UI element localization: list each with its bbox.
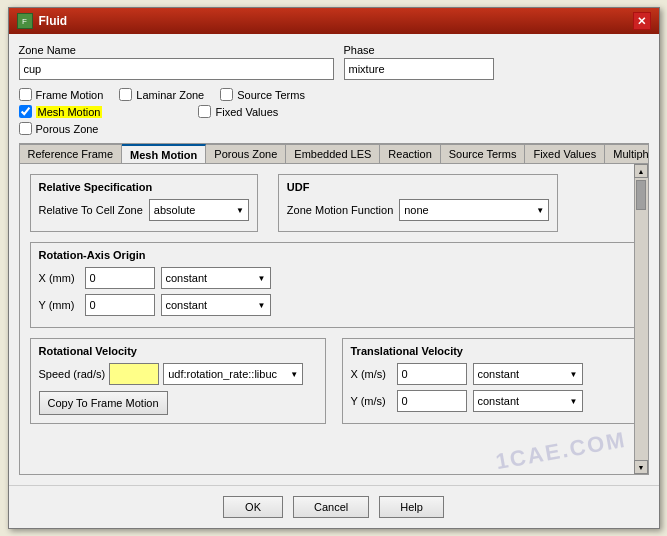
relative-to-label: Relative To Cell Zone bbox=[39, 204, 143, 216]
checkboxes-row-1: Frame Motion Laminar Zone Source Terms bbox=[19, 88, 649, 101]
frame-motion-label: Frame Motion bbox=[36, 89, 104, 101]
zone-name-group: Zone Name bbox=[19, 44, 334, 80]
udf-title: UDF bbox=[287, 181, 549, 193]
tabs-container: Reference Frame Mesh Motion Porous Zone … bbox=[19, 143, 649, 475]
tab-porous-zone[interactable]: Porous Zone bbox=[206, 144, 286, 163]
rotation-x-label: X (mm) bbox=[39, 272, 79, 284]
title-bar: F Fluid ✕ bbox=[9, 8, 659, 34]
window-title: Fluid bbox=[39, 14, 68, 28]
tab-mesh-motion[interactable]: Mesh Motion bbox=[122, 144, 206, 164]
trans-x-dropdown[interactable]: constant bbox=[473, 363, 583, 385]
mesh-motion-checkbox[interactable] bbox=[19, 105, 32, 118]
relative-dropdown-value: absolute bbox=[154, 204, 196, 216]
porous-zone-label: Porous Zone bbox=[36, 123, 99, 135]
rotation-x-input[interactable] bbox=[85, 267, 155, 289]
rotational-velocity-title: Rotational Velocity bbox=[39, 345, 317, 357]
porous-zone-checkbox-item: Porous Zone bbox=[19, 122, 99, 135]
relative-spec-title: Relative Specification bbox=[39, 181, 249, 193]
translational-velocity-box: Translational Velocity X (m/s) constant … bbox=[342, 338, 638, 424]
checkboxes-row-2: Mesh Motion Fixed Values bbox=[19, 105, 649, 118]
rotation-axis-section: Rotation-Axis Origin X (mm) constant Y (… bbox=[30, 242, 638, 328]
watermark: 1CAE.COM bbox=[494, 427, 629, 476]
rotation-y-row: Y (mm) constant bbox=[39, 294, 629, 316]
trans-x-label: X (m/s) bbox=[351, 368, 391, 380]
relative-spec-box: Relative Specification Relative To Cell … bbox=[30, 174, 258, 232]
rotation-x-dropdown[interactable]: constant bbox=[161, 267, 271, 289]
tabs-header: Reference Frame Mesh Motion Porous Zone … bbox=[20, 144, 648, 164]
relative-spec-row: Relative To Cell Zone absolute bbox=[39, 199, 249, 221]
udf-dropdown-value: none bbox=[404, 204, 428, 216]
rotation-x-dropdown-value: constant bbox=[166, 272, 208, 284]
trans-x-input[interactable] bbox=[397, 363, 467, 385]
checkboxes-row-3: Porous Zone bbox=[19, 122, 649, 135]
trans-y-label: Y (m/s) bbox=[351, 395, 391, 407]
frame-motion-checkbox-item: Frame Motion bbox=[19, 88, 104, 101]
laminar-zone-label: Laminar Zone bbox=[136, 89, 204, 101]
tab-source-terms[interactable]: Source Terms bbox=[441, 144, 526, 163]
speed-udf-value: udf:rotation_rate::libuc bbox=[168, 368, 277, 380]
scroll-up-arrow[interactable]: ▲ bbox=[634, 164, 648, 178]
rotation-axis-title: Rotation-Axis Origin bbox=[39, 249, 629, 261]
zone-motion-label: Zone Motion Function bbox=[287, 204, 393, 216]
phase-group: Phase bbox=[344, 44, 494, 80]
speed-row: Speed (rad/s) udf:rotation_rate::libuc bbox=[39, 363, 317, 385]
ok-button[interactable]: OK bbox=[223, 496, 283, 518]
mesh-motion-checkbox-item: Mesh Motion bbox=[19, 105, 103, 118]
window-body: Zone Name Phase Frame Motion Laminar Zon… bbox=[9, 34, 659, 485]
scroll-down-arrow[interactable]: ▼ bbox=[634, 460, 648, 474]
tab-reaction[interactable]: Reaction bbox=[380, 144, 440, 163]
source-terms-checkbox-item: Source Terms bbox=[220, 88, 305, 101]
fluid-dialog: F Fluid ✕ Zone Name Phase Frame Motion bbox=[8, 7, 660, 529]
laminar-zone-checkbox[interactable] bbox=[119, 88, 132, 101]
translational-velocity-title: Translational Velocity bbox=[351, 345, 629, 357]
zone-name-input[interactable] bbox=[19, 58, 334, 80]
fixed-values-checkbox-item: Fixed Values bbox=[198, 105, 278, 118]
rotation-y-dropdown-value: constant bbox=[166, 299, 208, 311]
close-button[interactable]: ✕ bbox=[633, 12, 651, 30]
speed-label: Speed (rad/s) bbox=[39, 368, 106, 380]
tab-fixed-values[interactable]: Fixed Values bbox=[525, 144, 605, 163]
top-section: Relative Specification Relative To Cell … bbox=[30, 174, 638, 232]
udf-dropdown[interactable]: none bbox=[399, 199, 549, 221]
zone-name-label: Zone Name bbox=[19, 44, 334, 56]
fixed-values-label: Fixed Values bbox=[215, 106, 278, 118]
cancel-button[interactable]: Cancel bbox=[293, 496, 369, 518]
rotation-y-label: Y (mm) bbox=[39, 299, 79, 311]
trans-y-input[interactable] bbox=[397, 390, 467, 412]
trans-x-row: X (m/s) constant bbox=[351, 363, 629, 385]
tab-multiphase[interactable]: Multiphase bbox=[605, 144, 647, 163]
help-button[interactable]: Help bbox=[379, 496, 444, 518]
velocity-section: Rotational Velocity Speed (rad/s) udf:ro… bbox=[30, 338, 638, 424]
udf-box: UDF Zone Motion Function none bbox=[278, 174, 558, 232]
porous-zone-checkbox[interactable] bbox=[19, 122, 32, 135]
rotation-x-row: X (mm) constant bbox=[39, 267, 629, 289]
zone-phase-row: Zone Name Phase bbox=[19, 44, 649, 80]
scroll-thumb[interactable] bbox=[636, 180, 646, 210]
tab-reference-frame[interactable]: Reference Frame bbox=[20, 144, 123, 163]
rotation-y-dropdown[interactable]: constant bbox=[161, 294, 271, 316]
trans-y-row: Y (m/s) constant bbox=[351, 390, 629, 412]
bottom-buttons: OK Cancel Help bbox=[9, 485, 659, 528]
mesh-motion-label: Mesh Motion bbox=[36, 106, 103, 118]
tab-embedded-les[interactable]: Embedded LES bbox=[286, 144, 380, 163]
speed-udf-dropdown[interactable]: udf:rotation_rate::libuc bbox=[163, 363, 303, 385]
source-terms-checkbox[interactable] bbox=[220, 88, 233, 101]
trans-y-dropdown-value: constant bbox=[478, 395, 520, 407]
scrollbar[interactable]: ▲ ▼ bbox=[634, 164, 648, 474]
fixed-values-checkbox[interactable] bbox=[198, 105, 211, 118]
source-terms-label: Source Terms bbox=[237, 89, 305, 101]
rotational-velocity-box: Rotational Velocity Speed (rad/s) udf:ro… bbox=[30, 338, 326, 424]
speed-input[interactable] bbox=[109, 363, 159, 385]
relative-dropdown[interactable]: absolute bbox=[149, 199, 249, 221]
frame-motion-checkbox[interactable] bbox=[19, 88, 32, 101]
tab-content: Relative Specification Relative To Cell … bbox=[20, 164, 648, 474]
phase-label: Phase bbox=[344, 44, 494, 56]
window-icon: F bbox=[17, 13, 33, 29]
phase-input[interactable] bbox=[344, 58, 494, 80]
trans-x-dropdown-value: constant bbox=[478, 368, 520, 380]
copy-to-frame-motion-button[interactable]: Copy To Frame Motion bbox=[39, 391, 168, 415]
udf-row: Zone Motion Function none bbox=[287, 199, 549, 221]
laminar-zone-checkbox-item: Laminar Zone bbox=[119, 88, 204, 101]
rotation-y-input[interactable] bbox=[85, 294, 155, 316]
trans-y-dropdown[interactable]: constant bbox=[473, 390, 583, 412]
